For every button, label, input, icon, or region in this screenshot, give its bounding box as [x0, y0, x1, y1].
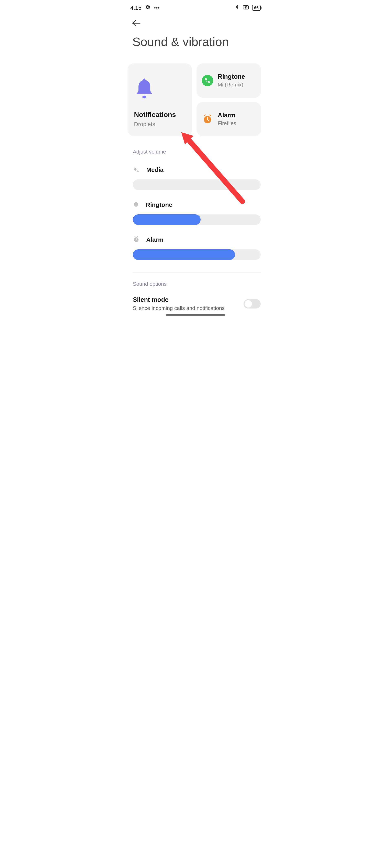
- alarm-small-icon: [133, 236, 140, 244]
- rectangle-x-icon: [243, 5, 249, 11]
- ringtone-volume-label: Ringtone: [146, 202, 172, 208]
- ringtone-volume-fill: [133, 214, 201, 225]
- battery-level: 66: [254, 5, 259, 10]
- back-arrow-icon: [132, 20, 141, 27]
- notifications-card[interactable]: Notifications Droplets: [128, 63, 192, 136]
- battery-indicator: 66: [252, 5, 261, 11]
- alarm-volume-row: Alarm: [122, 225, 269, 260]
- silent-mode-sub: Silence incoming calls and notifications: [133, 305, 225, 311]
- phone-icon: [202, 75, 213, 86]
- alarm-title: Alarm: [218, 112, 236, 119]
- media-volume-label: Media: [146, 166, 164, 173]
- ringtone-title: Ringtone: [218, 73, 245, 80]
- status-right: 66: [234, 4, 261, 11]
- alarm-card[interactable]: Alarm Fireflies: [197, 102, 261, 136]
- page-title: Sound & vibration: [122, 30, 269, 49]
- silent-mode-row[interactable]: Silent mode Silence incoming calls and n…: [122, 287, 269, 311]
- bell-icon: [135, 78, 186, 100]
- status-time: 4:15: [130, 5, 142, 11]
- silent-mode-toggle[interactable]: [244, 299, 261, 309]
- silent-mode-title: Silent mode: [133, 296, 225, 304]
- media-volume-row: Media: [122, 155, 269, 190]
- media-mute-icon: [133, 166, 140, 174]
- alarm-volume-label: Alarm: [146, 236, 164, 243]
- bluetooth-icon: [234, 4, 240, 11]
- notifications-sub: Droplets: [134, 121, 186, 127]
- ringtone-volume-row: Ringtone: [122, 190, 269, 225]
- silent-mode-text: Silent mode Silence incoming calls and n…: [133, 296, 225, 311]
- alarm-sub: Fireflies: [218, 120, 236, 126]
- settings-gear-icon: [145, 4, 150, 11]
- alarm-volume-slider[interactable]: [133, 249, 261, 260]
- media-volume-slider[interactable]: [133, 179, 261, 190]
- gesture-bar: [166, 314, 225, 316]
- notifications-title: Notifications: [134, 111, 186, 119]
- back-button[interactable]: [122, 13, 269, 30]
- bell-small-icon: [133, 201, 139, 209]
- alarm-icon: [202, 113, 213, 125]
- ringtone-sub: Mi (Remix): [218, 82, 245, 88]
- more-icon: •••: [154, 5, 160, 10]
- section-sound-options: Sound options: [122, 273, 269, 287]
- status-bar: 4:15 ••• 66: [122, 0, 269, 13]
- sound-cards: Notifications Droplets Ringtone Mi (Remi…: [122, 49, 269, 136]
- alarm-volume-fill: [133, 249, 235, 260]
- status-left: 4:15 •••: [130, 4, 160, 11]
- section-adjust-volume: Adjust volume: [122, 136, 269, 155]
- ringtone-volume-slider[interactable]: [133, 214, 261, 225]
- ringtone-text: Ringtone Mi (Remix): [218, 73, 245, 88]
- ringtone-card[interactable]: Ringtone Mi (Remix): [197, 63, 261, 98]
- svg-point-2: [142, 96, 146, 98]
- phone-screen: 4:15 ••• 66 Sound & vibration: [122, 0, 269, 317]
- alarm-text: Alarm Fireflies: [218, 112, 236, 126]
